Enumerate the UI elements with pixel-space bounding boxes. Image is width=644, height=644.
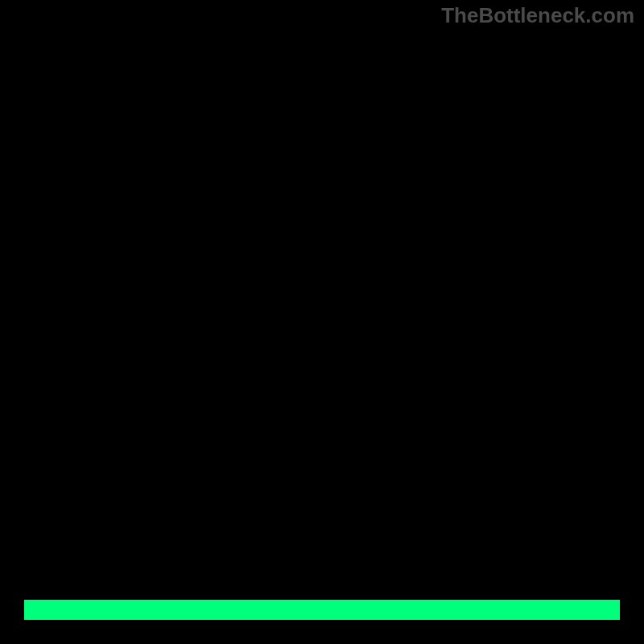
chart-container: TheBottleneck.com: [0, 0, 644, 644]
chart-area: [24, 24, 620, 620]
green-band: [24, 600, 620, 620]
black-base: [24, 24, 620, 620]
watermark-text: TheBottleneck.com: [441, 3, 634, 28]
